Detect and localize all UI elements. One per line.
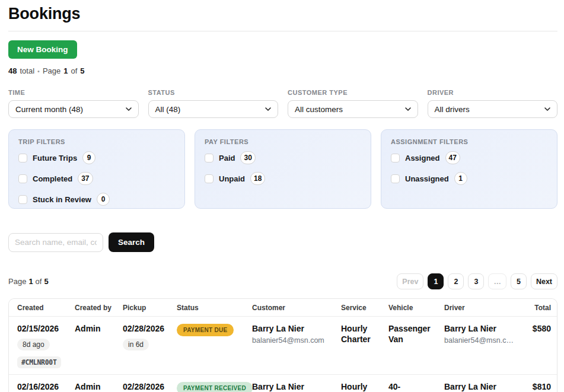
pickup-date: 02/28/2026 [123, 382, 167, 391]
filter-option-unassigned[interactable]: Unassigned 1 [391, 172, 547, 185]
completed-count-badge: 37 [78, 172, 93, 185]
unassigned-count-badge: 1 [454, 172, 467, 185]
customer-name: Barry La Nier [252, 382, 332, 391]
page-title: Bookings [8, 5, 557, 23]
filter-option-unpaid[interactable]: Unpaid 18 [205, 172, 361, 185]
time-filter: TIME Current month (48) [8, 89, 139, 118]
pagination-of-word: of [36, 277, 42, 286]
page-1-button[interactable]: 1 [428, 273, 444, 289]
col-service: Service [336, 299, 384, 317]
col-created-by: Created by [70, 299, 118, 317]
pay-filters-title: PAY FILTERS [205, 138, 361, 145]
assigned-label: Assigned [405, 154, 440, 162]
vehicle-name: Passenger Van [388, 324, 435, 345]
current-page-number: 1 [63, 66, 68, 75]
pagination-page-word: Page [8, 277, 26, 286]
time-filter-select[interactable]: Current month (48) [8, 100, 139, 118]
future-trips-count-badge: 9 [82, 151, 95, 164]
page-3-button[interactable]: 3 [468, 273, 484, 289]
unpaid-checkbox[interactable] [205, 174, 214, 183]
status-badge: PAYMENT DUE [177, 324, 234, 336]
customer-type-filter-select[interactable]: All customers [288, 100, 418, 118]
customer-type-filter-value: All customers [295, 105, 343, 114]
assigned-count-badge: 47 [445, 151, 460, 164]
search-bar: Search [8, 232, 557, 252]
search-input[interactable] [8, 233, 103, 252]
paid-label: Paid [219, 154, 235, 162]
status-filter: STATUS All (48) [148, 89, 279, 118]
future-trips-checkbox[interactable] [18, 154, 27, 162]
page-2-button[interactable]: 2 [448, 273, 464, 289]
status-filter-select[interactable]: All (48) [148, 100, 279, 118]
chevron-down-icon [404, 106, 412, 113]
new-booking-button[interactable]: New Booking [8, 40, 77, 59]
table-row[interactable]: 02/15/2026 8d ago #CMLNR00T Admin 02/28/… [9, 317, 557, 375]
time-filter-value: Current month (48) [15, 105, 83, 114]
next-page-button[interactable]: Next [531, 273, 557, 289]
driver-filter-label: DRIVER [428, 89, 558, 96]
table-row[interactable]: 02/16/2026 7d ago #CMLPL2CX Admin 02/28/… [9, 375, 557, 392]
bookings-page: Bookings New Booking 48 total • Page 1 o… [0, 0, 564, 392]
assigned-checkbox[interactable] [391, 154, 400, 162]
status-badge: PAYMENT RECEIVED [177, 382, 253, 392]
col-customer: Customer [247, 299, 336, 317]
assignment-filters-box: ASSIGNMENT FILTERS Assigned 47 Unassigne… [381, 129, 557, 209]
page-word: Page [43, 66, 60, 75]
col-pickup: Pickup [118, 299, 172, 317]
page-5-button[interactable]: 5 [511, 273, 527, 289]
pay-filters-box: PAY FILTERS Paid 30 Unpaid 18 [195, 129, 371, 209]
completed-label: Completed [33, 174, 72, 183]
filter-option-future-trips[interactable]: Future Trips 9 [18, 151, 175, 164]
table-header-row: Created Created by Pickup Status Custome… [9, 299, 557, 317]
paid-count-badge: 30 [240, 151, 255, 164]
unpaid-count-badge: 18 [250, 172, 265, 185]
col-created: Created [9, 299, 70, 317]
customer-email: balanier54@msn.com [252, 336, 332, 345]
page-ellipsis: … [488, 273, 506, 289]
driver-email: balanier54@msn.com [444, 336, 514, 345]
col-driver: Driver [439, 299, 519, 317]
assignment-filters-title: ASSIGNMENT FILTERS [391, 138, 547, 145]
total-amount: $810 [524, 382, 551, 391]
total-amount: $580 [524, 324, 551, 333]
bullet-separator: • [37, 68, 40, 75]
service-name: Hourly Charter [341, 324, 379, 345]
future-trips-label: Future Trips [33, 154, 77, 162]
prev-page-button[interactable]: Prev [397, 273, 423, 289]
customer-type-filter-label: CUSTOMER TYPE [288, 89, 418, 96]
paid-checkbox[interactable] [205, 154, 214, 162]
filter-groups: TRIP FILTERS Future Trips 9 Completed 37… [8, 129, 557, 209]
driver-filter-value: All drivers [435, 105, 470, 114]
created-ago-badge: 8d ago [17, 339, 50, 350]
driver-filter-select[interactable]: All drivers [428, 100, 558, 118]
filter-option-stuck-in-review[interactable]: Stuck in Review 0 [18, 193, 175, 206]
chevron-down-icon [544, 106, 551, 113]
service-name: Hourly Charter [341, 382, 379, 392]
chevron-down-icon [125, 106, 132, 113]
search-button[interactable]: Search [109, 232, 154, 252]
pagination-total: 5 [44, 277, 48, 286]
confirmation-badge: #CMLNR00T [17, 356, 61, 368]
created-by: Admin [75, 324, 113, 333]
stuck-in-review-label: Stuck in Review [33, 195, 91, 204]
status-filter-value: All (48) [155, 105, 181, 114]
filter-option-assigned[interactable]: Assigned 47 [391, 151, 547, 164]
unpaid-label: Unpaid [219, 174, 245, 183]
time-filter-label: TIME [8, 89, 139, 96]
unassigned-checkbox[interactable] [391, 174, 400, 183]
trip-filters-box: TRIP FILTERS Future Trips 9 Completed 37… [8, 129, 185, 209]
customer-name: Barry La Nier [252, 324, 332, 333]
chevron-down-icon [265, 106, 272, 113]
filter-option-completed[interactable]: Completed 37 [18, 172, 175, 185]
driver-name: Barry La Nier [444, 324, 514, 333]
pagination-buttons: Prev 1 2 3 … 5 Next [397, 273, 557, 289]
total-count: 48 [8, 66, 17, 75]
bookings-table: Created Created by Pickup Status Custome… [8, 298, 557, 392]
created-date: 02/15/2026 [17, 324, 65, 333]
filter-option-paid[interactable]: Paid 30 [205, 151, 361, 164]
of-word: of [71, 66, 78, 75]
col-vehicle: Vehicle [384, 299, 439, 317]
vehicle-name: 40-Passenger Bus [388, 382, 435, 392]
completed-checkbox[interactable] [18, 174, 27, 183]
stuck-in-review-checkbox[interactable] [18, 195, 27, 204]
